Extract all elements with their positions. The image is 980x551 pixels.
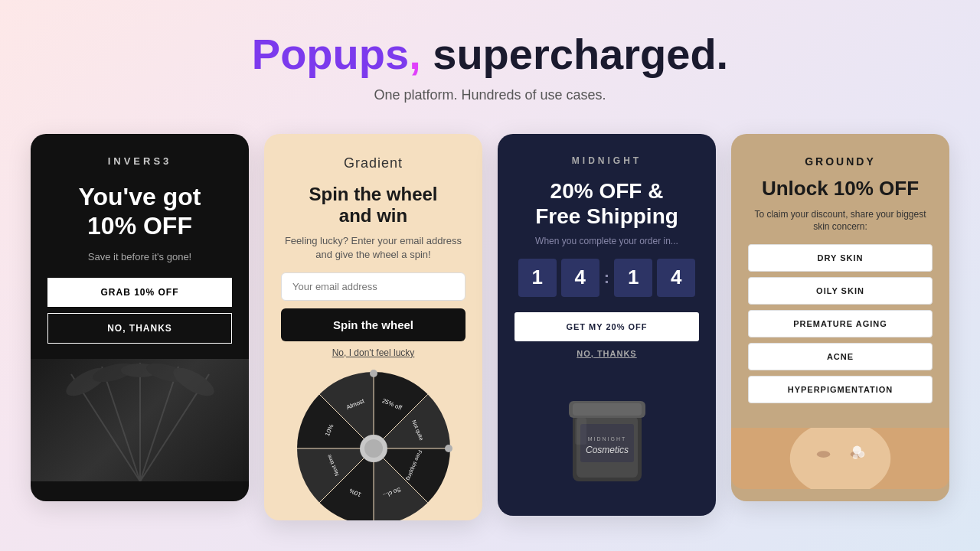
midnight-title: 20% OFF &Free Shipping <box>535 178 678 230</box>
card-midnight: MIDNIGHT 20% OFF &Free Shipping When you… <box>498 134 716 516</box>
brand-groundy: GROUNDY <box>805 155 876 168</box>
inverse-title: You've got10% OFF <box>79 182 201 241</box>
no-thanks-button-inverse[interactable]: NO, THANKS <box>47 313 232 344</box>
brand-inverse: INVERS3 <box>108 155 172 167</box>
countdown-timer: 1 4 : 1 4 <box>518 259 695 297</box>
countdown-digit-1: 1 <box>518 259 557 297</box>
cards-row: INVERS3 You've got10% OFF Save it before… <box>31 134 949 520</box>
groundy-description: To claim your discount, share your bigge… <box>748 208 933 234</box>
midnight-subtitle: When you complete your order in... <box>535 236 678 246</box>
svg-point-44 <box>853 455 858 460</box>
card-groundy: GROUNDY Unlock 10% OFF To claim your dis… <box>731 134 949 501</box>
headline-comma: , <box>409 30 421 78</box>
svg-point-29 <box>445 445 452 452</box>
svg-rect-33 <box>573 403 642 416</box>
svg-point-39 <box>790 428 891 489</box>
gradient-description: Feeling lucky? Enter your email address … <box>281 234 466 262</box>
brand-gradient: Gradient <box>344 155 403 171</box>
cosmetics-image: MIDNIGHT Cosmetics <box>514 370 699 500</box>
card-inverse: INVERS3 You've got10% OFF Save it before… <box>31 134 249 501</box>
countdown-colon: : <box>604 268 609 288</box>
wheel-svg-wrapper: 10% Almost 25% off Not quite Free shippi… <box>282 367 466 520</box>
groundy-person-image <box>731 428 949 489</box>
page-header: Popups, supercharged. One platform. Hund… <box>252 31 728 103</box>
svg-line-1 <box>102 367 140 481</box>
get-discount-button[interactable]: GET MY 20% OFF <box>514 312 699 341</box>
spin-wheel-button[interactable]: Spin the wheel <box>281 308 466 341</box>
svg-text:Cosmetics: Cosmetics <box>585 445 628 455</box>
wheel-container: 10% Almost 25% off Not quite Free shippi… <box>264 367 482 520</box>
premature-aging-button[interactable]: PREMATURE AGING <box>748 310 933 337</box>
cosmetics-jar-svg: MIDNIGHT Cosmetics <box>554 378 661 493</box>
countdown-digit-4: 4 <box>657 259 695 297</box>
oily-skin-button[interactable]: OILY SKIN <box>748 277 933 305</box>
svg-rect-37 <box>575 418 586 445</box>
email-input[interactable] <box>281 272 466 301</box>
gradient-title: Spin the wheeland win <box>309 184 437 227</box>
page-subtitle: One platform. Hundreds of use cases. <box>252 87 728 103</box>
inverse-image <box>31 359 249 481</box>
person-illustration-svg <box>731 428 949 489</box>
no-thanks-button-midnight[interactable]: NO, THANKS <box>577 349 636 358</box>
card-gradient: Gradient Spin the wheeland win Feeling l… <box>264 134 482 520</box>
svg-point-43 <box>858 451 865 458</box>
palm-leaves-svg <box>41 359 240 481</box>
grab-discount-button[interactable]: GRAB 10% OFF <box>47 278 232 307</box>
headline-popups: Popups <box>252 30 409 78</box>
dry-skin-button[interactable]: DRY SKIN <box>748 244 933 272</box>
svg-rect-34 <box>580 424 634 462</box>
svg-point-28 <box>370 370 377 377</box>
inverse-subtitle: Save it before it's gone! <box>88 251 191 262</box>
svg-point-27 <box>364 439 383 458</box>
headline: Popups, supercharged. <box>252 31 728 78</box>
no-lucky-button[interactable]: No, I don't feel lucky <box>332 347 415 358</box>
svg-line-3 <box>140 367 178 481</box>
hyperpigmentation-button[interactable]: HYPERPIGMENTATION <box>748 376 933 403</box>
countdown-digit-2: 4 <box>561 259 599 297</box>
spin-wheel-svg: 10% Almost 25% off Not quite Free shippi… <box>282 367 466 520</box>
svg-point-40 <box>817 451 831 458</box>
skin-options-list: DRY SKIN OILY SKIN PREMATURE AGING ACNE … <box>748 244 933 403</box>
brand-midnight: MIDNIGHT <box>572 155 642 166</box>
svg-text:MIDNIGHT: MIDNIGHT <box>587 436 626 442</box>
acne-button[interactable]: ACNE <box>748 343 933 370</box>
headline-supercharged: supercharged. <box>421 30 728 78</box>
groundy-title: Unlock 10% OFF <box>762 177 919 201</box>
palm-decoration <box>31 359 249 481</box>
countdown-digit-3: 1 <box>614 259 652 297</box>
